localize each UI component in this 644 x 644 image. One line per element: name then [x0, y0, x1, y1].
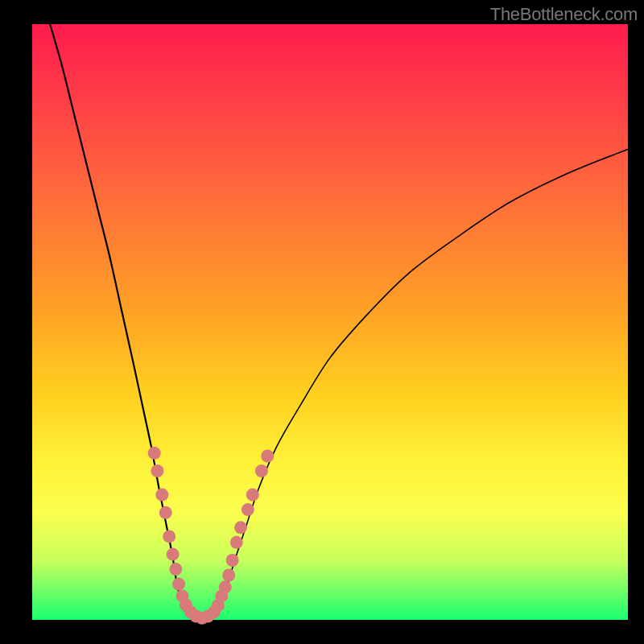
data-point: [169, 563, 182, 576]
data-point: [261, 450, 274, 463]
data-point: [159, 506, 172, 519]
data-point: [219, 580, 232, 593]
data-point: [230, 536, 243, 549]
data-point: [167, 548, 180, 561]
data-point: [226, 554, 239, 567]
data-point: [155, 489, 168, 502]
scatter-points: [148, 447, 275, 625]
plot-area: [32, 24, 628, 620]
curve-right-branch: [217, 149, 628, 611]
data-point: [222, 569, 235, 582]
data-point: [234, 521, 247, 534]
curve-left-branch: [50, 24, 187, 615]
data-point: [255, 464, 268, 477]
data-point: [151, 464, 163, 477]
chart-frame: TheBottleneck.com: [0, 0, 644, 644]
data-point: [163, 530, 175, 543]
data-point: [246, 489, 259, 502]
data-point: [242, 503, 254, 516]
watermark-label: TheBottleneck.com: [490, 4, 638, 25]
data-point: [172, 578, 185, 591]
chart-svg: [32, 24, 628, 620]
line-series: [50, 24, 628, 620]
data-point: [148, 447, 161, 460]
